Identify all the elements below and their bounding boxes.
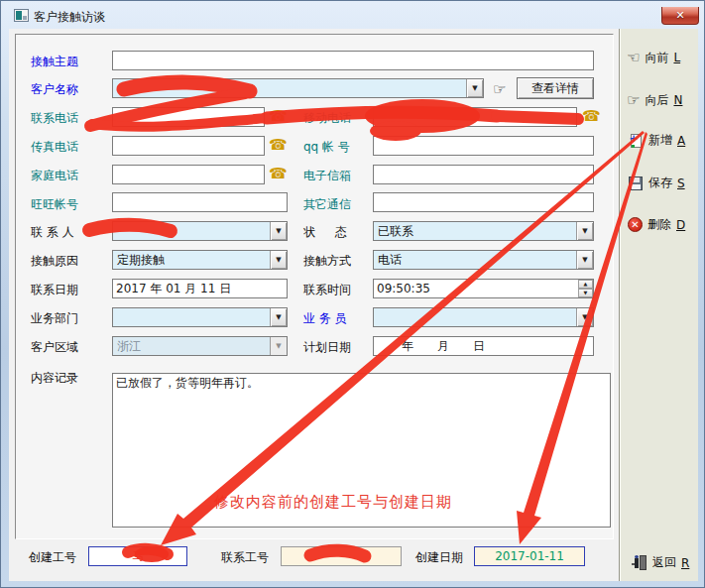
mobile-phone-input[interactable] [373, 107, 577, 127]
contact-method-combobox[interactable]: 电话 ▼ [373, 250, 594, 270]
label-contact-time: 联系时间 [303, 282, 351, 298]
chevron-down-icon: ▼ [271, 222, 287, 240]
dropdown-button[interactable]: ▼ [466, 79, 483, 97]
wangwang-account-input[interactable] [112, 192, 288, 212]
qq-account-input[interactable] [373, 136, 594, 156]
label-salesperson: 业 务 员 [303, 310, 347, 327]
label-customer-name: 客户名称 [31, 81, 78, 98]
home-phone-input[interactable] [112, 165, 265, 184]
time-spinner[interactable]: ▲ ▼ [578, 280, 593, 297]
label-contact-person: 联 系 人 [31, 224, 74, 241]
dropdown-button[interactable]: ▼ [576, 308, 593, 326]
add-label: 新增 [648, 132, 672, 149]
hand-left-icon: ☜ [627, 49, 640, 66]
spinner-up-icon[interactable]: ▲ [578, 280, 593, 289]
chevron-down-icon: ▼ [271, 308, 287, 326]
status-value: 已联系 [374, 222, 593, 240]
save-hotkey: S [677, 176, 685, 190]
planned-date-input[interactable] [373, 336, 594, 356]
label-contact-phone: 联系电话 [31, 110, 78, 127]
other-comm-input[interactable] [373, 192, 594, 212]
save-floppy-icon [628, 176, 644, 191]
toolbar-sidebar [619, 29, 698, 581]
window-icon [14, 9, 29, 22]
customer-contact-dialog: 客户接触访谈 ✕ 接触主题 客户名称 ▼ ☞ 查看详情 联系电话 ☎ 移动电话 … [0, 0, 705, 588]
delete-button[interactable]: ✕ 删除 D [628, 216, 685, 233]
contact-person-combobox[interactable]: ▼ [112, 221, 288, 241]
add-hotkey: A [677, 134, 685, 148]
hand-pointer-icon[interactable]: ☞ [493, 79, 506, 99]
chevron-down-icon: ▼ [577, 251, 593, 269]
label-contact-subject: 接触主题 [31, 54, 78, 70]
delete-icon: ✕ [628, 217, 643, 232]
label-fax-phone: 传真电话 [31, 139, 78, 156]
dropdown-button[interactable]: ▼ [576, 251, 593, 269]
label-creator-id: 创建工号 [29, 549, 76, 566]
view-details-button[interactable]: 查看详情 [517, 77, 594, 99]
create-date-field [474, 546, 585, 566]
label-email: 电子信箱 [303, 168, 351, 184]
dropdown-button[interactable]: ▼ [270, 222, 287, 240]
fax-phone-input[interactable] [112, 136, 265, 156]
chevron-down-icon: ▼ [271, 251, 287, 269]
delete-hotkey: D [676, 218, 685, 232]
status-combobox[interactable]: 已联系 ▼ [373, 221, 594, 241]
label-mobile-phone: 移动电话 [303, 110, 351, 127]
label-contact-date: 联系日期 [31, 282, 78, 298]
close-button[interactable]: ✕ [661, 7, 699, 25]
backward-label: 向后 [645, 92, 668, 109]
contact-id-field [281, 546, 402, 566]
customer-region-value: 浙江 [113, 337, 287, 355]
dropdown-button[interactable]: ▼ [576, 222, 593, 240]
exit-door-icon [632, 555, 647, 571]
dropdown-button[interactable]: ▼ [270, 251, 287, 269]
phone-icon: ☎ [269, 135, 288, 155]
label-home-phone: 家庭电话 [31, 168, 78, 184]
contact-date-input[interactable] [112, 279, 288, 298]
salesperson-combobox[interactable]: ▼ [373, 307, 594, 327]
dropdown-button[interactable]: ▼ [270, 308, 287, 326]
contact-reason-value: 定期接触 [113, 251, 287, 269]
spinner-down-icon[interactable]: ▼ [578, 289, 593, 297]
window-title: 客户接触访谈 [34, 9, 105, 26]
contact-reason-combobox[interactable]: 定期接触 ▼ [112, 250, 288, 270]
label-content-record: 内容记录 [31, 370, 78, 387]
contact-subject-input[interactable] [112, 51, 594, 70]
save-button[interactable]: 保存 S [628, 175, 685, 191]
return-button[interactable]: 返回 R [632, 554, 689, 571]
label-planned-date: 计划日期 [303, 339, 351, 356]
label-qq-account: qq 帐 号 [303, 139, 350, 156]
add-new-icon: ＋ [628, 133, 644, 149]
save-label: 保存 [648, 175, 672, 191]
label-other-comm: 其它通信 [303, 196, 351, 213]
backward-button[interactable]: ☞ 向后 N [627, 91, 682, 109]
label-wangwang-account: 旺旺帐号 [31, 196, 78, 213]
label-contact-id: 联系工号 [221, 549, 269, 566]
contact-method-value: 电话 [374, 251, 593, 269]
business-dept-combobox[interactable]: ▼ [112, 307, 288, 327]
forward-hotkey: L [673, 51, 680, 64]
return-label: 返回 [652, 554, 676, 571]
return-hotkey: R [681, 556, 689, 570]
contact-time-input[interactable] [373, 279, 594, 298]
backward-hotkey: N [673, 93, 682, 107]
hand-right-icon: ☞ [627, 91, 640, 109]
chevron-down-icon: ▼ [467, 79, 483, 97]
label-customer-region: 客户区域 [31, 339, 78, 356]
forward-label: 向前 [645, 50, 668, 66]
label-business-dept: 业务部门 [31, 310, 78, 327]
chevron-down-icon: ▼ [577, 222, 593, 240]
label-status: 状 态 [303, 224, 347, 241]
email-input[interactable] [373, 165, 594, 184]
phone-icon: ☎ [269, 164, 288, 183]
dropdown-button: ▼ [270, 337, 287, 355]
add-button[interactable]: ＋ 新增 A [628, 132, 685, 149]
contact-time-field[interactable]: ▲ ▼ [373, 279, 594, 298]
close-icon: ✕ [675, 9, 684, 22]
annotation-note-text: 修改内容前的创建工号与创建日期 [214, 493, 452, 512]
contact-phone-input[interactable] [112, 107, 265, 127]
customer-name-combobox[interactable]: ▼ [112, 78, 484, 98]
label-contact-method: 接触方式 [303, 253, 351, 270]
label-create-date: 创建日期 [415, 549, 463, 566]
forward-button[interactable]: ☜ 向前 L [627, 49, 680, 66]
